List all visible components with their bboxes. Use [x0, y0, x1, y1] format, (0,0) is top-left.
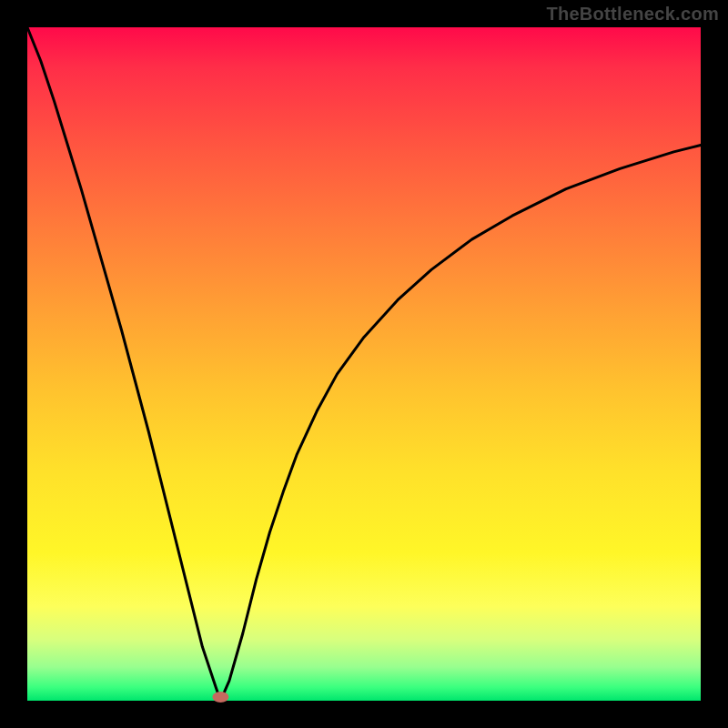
chart-stage: TheBottleneck.com	[0, 0, 728, 728]
curve-left-branch	[27, 27, 220, 701]
curve-right-branch	[220, 146, 701, 702]
plot-area	[27, 27, 701, 701]
chart-svg	[27, 27, 701, 701]
watermark-text: TheBottleneck.com	[546, 4, 719, 25]
minimum-marker	[212, 692, 228, 703]
